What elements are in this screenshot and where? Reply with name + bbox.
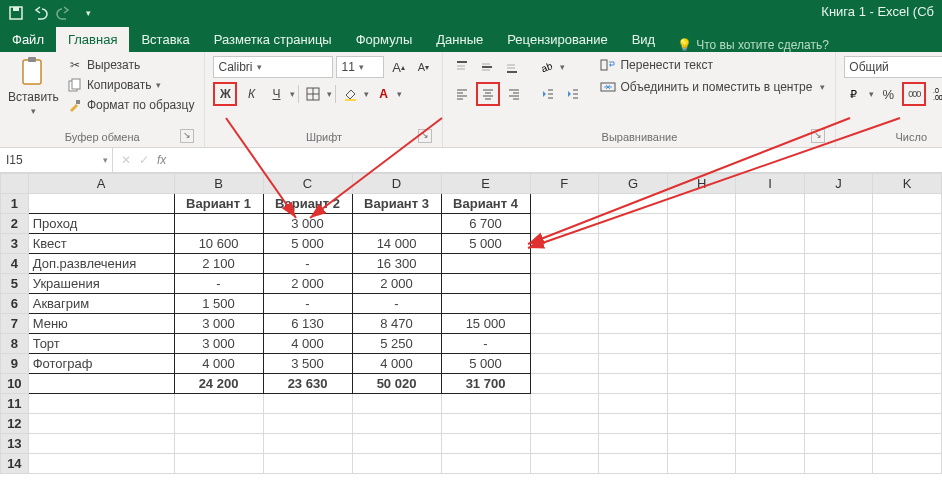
font-size-combo[interactable]: 11▾ — [336, 56, 384, 78]
tab-page-layout[interactable]: Разметка страницы — [202, 27, 344, 52]
cell[interactable] — [804, 354, 873, 374]
cell[interactable] — [174, 434, 263, 454]
cell[interactable] — [667, 274, 736, 294]
column-header[interactable]: I — [736, 174, 804, 194]
cell[interactable]: Украшения — [28, 274, 174, 294]
cell[interactable] — [441, 454, 530, 474]
cell[interactable] — [873, 454, 942, 474]
cell[interactable] — [667, 334, 736, 354]
cell[interactable] — [667, 294, 736, 314]
cell[interactable] — [667, 254, 736, 274]
wrap-text-button[interactable]: Перенести текст — [598, 56, 827, 74]
row-header[interactable]: 12 — [1, 414, 29, 434]
cell[interactable] — [804, 374, 873, 394]
cell[interactable]: 3 000 — [174, 314, 263, 334]
cell[interactable] — [530, 414, 599, 434]
align-left-icon[interactable] — [451, 83, 473, 105]
cell[interactable] — [530, 274, 599, 294]
cell[interactable] — [736, 214, 804, 234]
cell[interactable] — [530, 214, 599, 234]
enter-icon[interactable]: ✓ — [139, 153, 149, 167]
cell[interactable]: Меню — [28, 314, 174, 334]
align-bottom-icon[interactable] — [501, 56, 523, 78]
cell[interactable]: 6 700 — [441, 214, 530, 234]
decrease-font-icon[interactable]: A▾ — [412, 56, 434, 78]
cell[interactable]: 8 470 — [352, 314, 441, 334]
cell[interactable] — [804, 254, 873, 274]
cell[interactable] — [736, 374, 804, 394]
cell[interactable]: 24 200 — [174, 374, 263, 394]
cell[interactable]: Проход — [28, 214, 174, 234]
cell[interactable]: - — [174, 274, 263, 294]
cell[interactable] — [530, 354, 599, 374]
cell[interactable] — [263, 434, 352, 454]
cell[interactable] — [736, 254, 804, 274]
cell[interactable] — [804, 274, 873, 294]
cell[interactable] — [599, 454, 668, 474]
cell[interactable] — [736, 454, 804, 474]
cell[interactable] — [736, 394, 804, 414]
cell[interactable]: Вариант 4 — [441, 194, 530, 214]
fill-color-button[interactable] — [339, 83, 361, 105]
tab-home[interactable]: Главная — [56, 27, 129, 52]
align-center-icon[interactable] — [476, 82, 500, 106]
cell[interactable] — [804, 394, 873, 414]
clipboard-dialog-launcher[interactable]: ↘ — [180, 129, 194, 143]
font-color-button[interactable]: A — [372, 83, 394, 105]
cell[interactable] — [352, 394, 441, 414]
cell[interactable] — [873, 434, 942, 454]
spreadsheet-grid[interactable]: ABCDEFGHIJK1Вариант 1Вариант 2Вариант 3В… — [0, 173, 942, 474]
cell[interactable]: Вариант 3 — [352, 194, 441, 214]
cut-button[interactable]: ✂Вырезать — [65, 56, 197, 74]
cell[interactable] — [599, 254, 668, 274]
cell[interactable] — [736, 434, 804, 454]
cell[interactable] — [736, 294, 804, 314]
cell[interactable] — [599, 274, 668, 294]
cell[interactable] — [804, 294, 873, 314]
cell[interactable] — [352, 434, 441, 454]
bold-button[interactable]: Ж — [213, 82, 237, 106]
column-header[interactable]: B — [174, 174, 263, 194]
percent-format-icon[interactable]: % — [877, 83, 899, 105]
cell[interactable] — [599, 294, 668, 314]
row-header[interactable]: 14 — [1, 454, 29, 474]
cell[interactable] — [530, 434, 599, 454]
cell[interactable] — [667, 394, 736, 414]
column-header[interactable]: A — [28, 174, 174, 194]
format-painter-button[interactable]: Формат по образцу — [65, 96, 197, 114]
cell[interactable]: 3 000 — [263, 214, 352, 234]
cell[interactable] — [667, 374, 736, 394]
cell[interactable] — [174, 454, 263, 474]
cell[interactable] — [28, 374, 174, 394]
cell[interactable] — [736, 354, 804, 374]
column-header[interactable]: F — [530, 174, 599, 194]
cell[interactable]: 5 250 — [352, 334, 441, 354]
cell[interactable] — [804, 334, 873, 354]
cell[interactable] — [804, 314, 873, 334]
cell[interactable] — [667, 234, 736, 254]
row-header[interactable]: 5 — [1, 274, 29, 294]
column-header[interactable]: H — [667, 174, 736, 194]
fx-icon[interactable]: fx — [157, 153, 166, 167]
cell[interactable] — [736, 314, 804, 334]
cell[interactable]: 4 000 — [263, 334, 352, 354]
row-header[interactable]: 7 — [1, 314, 29, 334]
cell[interactable] — [873, 334, 942, 354]
copy-button[interactable]: Копировать▾ — [65, 76, 197, 94]
cell[interactable] — [352, 454, 441, 474]
cell[interactable] — [263, 414, 352, 434]
cell[interactable] — [441, 254, 530, 274]
name-box[interactable]: I15▾ — [0, 148, 113, 172]
paste-button[interactable]: Вставить ▾ — [8, 56, 59, 116]
cell[interactable]: 31 700 — [441, 374, 530, 394]
cell[interactable] — [873, 194, 942, 214]
cell[interactable]: - — [263, 254, 352, 274]
cell[interactable] — [530, 454, 599, 474]
cell[interactable] — [873, 374, 942, 394]
cell[interactable]: 2 100 — [174, 254, 263, 274]
font-dialog-launcher[interactable]: ↘ — [418, 129, 432, 143]
underline-button[interactable]: Ч — [265, 83, 287, 105]
column-header[interactable]: E — [441, 174, 530, 194]
row-header[interactable]: 6 — [1, 294, 29, 314]
cell[interactable] — [28, 414, 174, 434]
